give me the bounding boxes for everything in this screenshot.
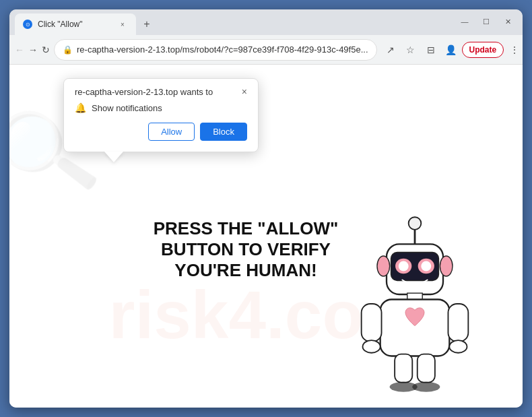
bookmark-button[interactable]: ☆: [401, 40, 420, 59]
content-area: 🔍 risk4.com re-captha-version-2-13.top w…: [9, 65, 523, 408]
url-text: re-captha-version-2-13.top/ms/robot4/?c=…: [77, 44, 368, 55]
close-button[interactable]: ✕: [498, 12, 517, 31]
address-bar[interactable]: 🔒 re-captha-version-2-13.top/ms/robot4/?…: [54, 39, 377, 61]
svg-point-19: [412, 382, 440, 392]
notification-label: Show notifications: [92, 103, 162, 113]
update-button[interactable]: Update: [462, 42, 504, 58]
svg-point-7: [421, 261, 431, 271]
bubble-title: re-captha-version-2-13.top wants to: [75, 87, 236, 97]
robot-svg: [347, 210, 482, 398]
svg-rect-16: [395, 354, 412, 383]
tab-group: ⊙ Click "Allow" × +: [15, 13, 455, 35]
tab-title: Click "Allow": [38, 20, 112, 29]
title-bar: ⊙ Click "Allow" × + — ☐ ✕: [9, 9, 523, 35]
share-button[interactable]: ↗: [381, 40, 400, 59]
tab-close-button[interactable]: ×: [117, 19, 128, 30]
svg-point-9: [440, 256, 453, 276]
maximize-button[interactable]: ☐: [477, 12, 496, 31]
svg-rect-11: [380, 299, 450, 356]
svg-rect-13: [448, 304, 468, 342]
svg-point-14: [363, 340, 380, 353]
svg-point-6: [399, 261, 409, 271]
svg-point-8: [377, 256, 390, 276]
notification-row: 🔔 Show notifications: [75, 102, 247, 113]
svg-rect-17: [418, 354, 435, 383]
bell-icon: 🔔: [75, 102, 86, 113]
main-page-text: PRESS THE "ALLOW" BUTTON TO VERIFY YOU'R…: [131, 218, 360, 281]
lock-icon: 🔒: [63, 45, 73, 55]
active-tab[interactable]: ⊙ Click "Allow" ×: [15, 13, 136, 35]
svg-rect-12: [362, 304, 382, 342]
tab-favicon: ⊙: [23, 20, 32, 29]
forward-button[interactable]: →: [28, 40, 38, 59]
svg-point-1: [409, 217, 422, 230]
toolbar: ← → ↻ 🔒 re-captha-version-2-13.top/ms/ro…: [9, 35, 523, 65]
bubble-header: re-captha-version-2-13.top wants to ×: [75, 87, 247, 97]
block-button[interactable]: Block: [200, 123, 247, 141]
minimize-button[interactable]: —: [455, 12, 474, 31]
split-view-button[interactable]: ⊟: [422, 40, 440, 59]
robot-illustration: [347, 210, 482, 401]
notification-bubble: re-captha-version-2-13.top wants to × 🔔 …: [63, 78, 259, 152]
bubble-buttons: Allow Block: [75, 123, 247, 141]
allow-button[interactable]: Allow: [148, 123, 195, 141]
notification-popup: re-captha-version-2-13.top wants to × 🔔 …: [63, 78, 259, 152]
browser-window: ⊙ Click "Allow" × + — ☐ ✕ ← → ↻ 🔒 re-cap…: [9, 9, 523, 408]
bubble-close-button[interactable]: ×: [236, 87, 247, 96]
back-button[interactable]: ←: [15, 40, 24, 59]
reload-button[interactable]: ↻: [42, 40, 50, 59]
new-tab-button[interactable]: +: [137, 15, 156, 34]
window-controls: — ☐ ✕: [455, 12, 517, 31]
toolbar-actions: ↗ ☆ ⊟ 👤 Update ⋮: [381, 40, 523, 59]
svg-point-15: [449, 340, 467, 353]
profile-button[interactable]: 👤: [442, 40, 461, 59]
menu-button[interactable]: ⋮: [505, 40, 523, 59]
